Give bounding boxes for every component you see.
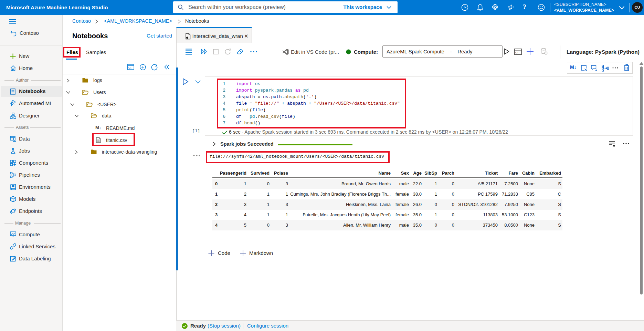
svg-text:C:\: C:\ [128, 66, 131, 69]
svg-text:C:\: C:\ [515, 51, 518, 54]
